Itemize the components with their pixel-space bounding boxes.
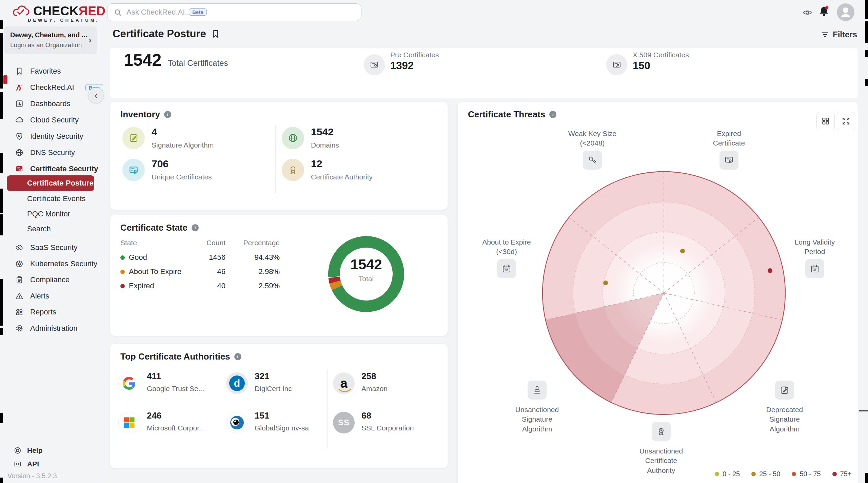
sidebar-item-identity-security[interactable]: Identity Security (0, 128, 100, 144)
sidebar-item-cloud-security[interactable]: Cloud Security (0, 112, 100, 128)
sidebar-item-pqc-monitor[interactable]: PQC Monitor (27, 206, 70, 222)
expired-dot (120, 284, 125, 288)
brand-tagline: DEWEY, CHEATUM, (28, 18, 99, 23)
google-logo (118, 372, 140, 394)
unsanctioned-ca-icon (652, 422, 671, 441)
reports-grid-icon (15, 308, 24, 316)
legend-item-25-50[interactable]: 25 - 50 (751, 470, 780, 478)
warning-triangle-icon (15, 292, 24, 301)
sidebar-item-certificate-posture-active[interactable]: Certificate Posture (7, 175, 94, 191)
clipboard-icon (15, 275, 24, 284)
sidebar-item-saas-security[interactable]: SaaS Security (0, 239, 100, 256)
inventory-value: 4 (152, 126, 157, 138)
bookmark-title-icon[interactable] (211, 29, 220, 39)
state-pct: 2.59% (232, 282, 280, 290)
x509-certificates-icon (606, 54, 627, 75)
top-cas-title: Top Certificate Authoritiesi (120, 351, 241, 362)
inventory-label: Unique Certificates (152, 173, 212, 181)
domains-icon (282, 127, 304, 149)
screen-edge-artifact (865, 50, 868, 57)
sidebar-item-checkred-ai[interactable]: CheckRed.AI Beta (0, 79, 100, 96)
info-icon[interactable]: i (164, 111, 171, 118)
brand-logo[interactable]: CHECKЯED (12, 3, 106, 19)
avatar[interactable] (837, 3, 854, 21)
help-lifebuoy-icon (14, 446, 22, 455)
column-header: Count (188, 239, 225, 247)
signature-algorithm-icon (122, 127, 145, 149)
sidebar-item-alerts[interactable]: Alerts (0, 288, 100, 304)
inventory-value: 1542 (311, 126, 334, 138)
app-version: Version - 3.5.2.3 (7, 472, 57, 480)
svg-text:∞: ∞ (813, 268, 816, 272)
sidebar-item-kubernetes-security[interactable]: Kubernetes Security (0, 256, 100, 272)
screen-edge-artifact (0, 478, 3, 483)
legend-item-50-75[interactable]: 50 - 75 (792, 470, 821, 478)
calendar-30-icon: 30 (497, 259, 516, 278)
sidebar-item-compliance[interactable]: Compliance (0, 272, 100, 288)
screen-edge-artifact (0, 189, 3, 213)
microsoft-logo (118, 412, 140, 433)
calendar-infinity-icon: ∞ (805, 259, 824, 278)
sidebar-item-favorites[interactable]: Favorites (0, 63, 100, 79)
screen-edge-artifact (859, 410, 868, 411)
org-switcher[interactable]: Dewey, Cheatum, and ... Login as an Orga… (4, 26, 97, 54)
state-count: 40 (188, 282, 225, 290)
screen-edge-artifact (0, 214, 3, 235)
ca-name: Google Trust Se... (147, 385, 204, 393)
ai-search: Beta (107, 3, 361, 21)
screen-edge-artifact (0, 279, 3, 326)
legend-item-0-25[interactable]: 0 - 25 (715, 470, 740, 478)
threat-point-long-validity-period (768, 268, 772, 273)
pre-certificates-icon (364, 54, 385, 75)
radar-legend: 0 - 25 25 - 50 50 - 75 75+ (715, 470, 852, 478)
search-input[interactable] (107, 4, 361, 21)
screen-edge-artifact (865, 79, 868, 86)
filter-icon (821, 30, 829, 39)
sidebar-item-search[interactable]: Search (27, 221, 51, 237)
ca-count: 411 (147, 371, 161, 382)
threat-point-expired-certificate (680, 249, 685, 253)
sidebar-item-dns-security[interactable]: DNS Security (0, 144, 100, 161)
sidebar-item-reports[interactable]: Reports (0, 304, 100, 320)
bell-icon[interactable] (818, 5, 830, 18)
legend-item-75plus[interactable]: 75+ (832, 470, 852, 478)
axis-label-about-to-expire: About to Expire(<30d) (462, 237, 551, 257)
screen-edge-artifact (865, 0, 868, 19)
screen-edge-artifact (865, 21, 868, 43)
about-to-expire-dot (120, 270, 125, 274)
x509-certificates-value: 150 (633, 60, 650, 72)
axis-label-unsanctioned-ca: UnsanctionedCertificateAuthority (617, 446, 705, 475)
sidebar-item-administration[interactable]: Administration (0, 320, 100, 336)
gear-icon (15, 324, 24, 333)
column-header: Percentage (232, 239, 280, 247)
certificate-state-card: Certificate Statei State Count Percentag… (110, 215, 448, 336)
ca-count: 151 (255, 410, 269, 421)
page-title: Certificate Posture (113, 28, 220, 40)
certificate-state-donut[interactable]: 1542 Total (326, 233, 407, 315)
sidebar-item-certificate-events[interactable]: Certificate Events (27, 191, 85, 207)
ca-name: SSL Corporation (361, 424, 414, 432)
unique-certificates-icon (122, 159, 145, 181)
brand-name: CHECKЯED (33, 4, 106, 18)
chevron-right-icon: › (88, 35, 92, 45)
sidebar-item-certificate-security[interactable]: Certificate Security (0, 161, 100, 177)
info-icon[interactable]: i (234, 353, 241, 360)
state-row: Expired (120, 282, 154, 290)
axis-label-long-validity: Long ValidityPeriod (771, 237, 859, 257)
state-pct: 94.43% (232, 253, 280, 262)
eye-icon[interactable] (802, 7, 812, 18)
inventory-label: Signature Algorithm (152, 141, 214, 149)
inventory-label: Domains (311, 141, 339, 149)
stamp-icon (528, 381, 547, 400)
ca-count: 246 (147, 410, 161, 421)
sidebar-collapse-button[interactable]: ‹ (88, 88, 104, 103)
sidebar-api[interactable]: API (0, 457, 100, 471)
info-icon[interactable]: i (192, 224, 199, 231)
total-certificates-value: 1542 (124, 50, 161, 70)
filters-button[interactable]: Filters (821, 30, 857, 39)
state-row: Good (120, 253, 147, 262)
sidebar-help[interactable]: Help (0, 444, 100, 457)
sidebar-item-dashboards[interactable]: Dashboards (0, 96, 100, 112)
bookmark-icon (15, 67, 24, 76)
state-pct: 2.98% (232, 267, 280, 276)
